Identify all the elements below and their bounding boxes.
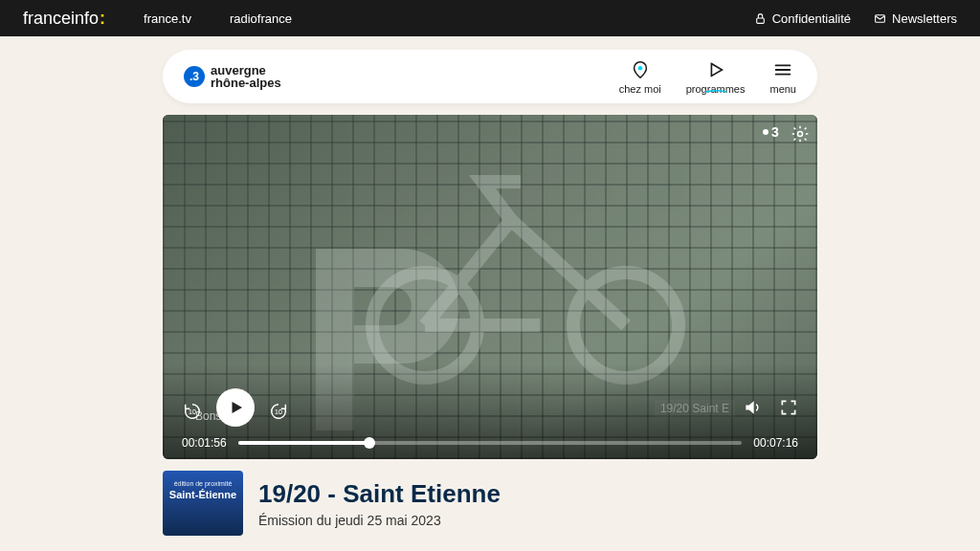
link-francetv[interactable]: france.tv — [144, 11, 191, 26]
menu-label: menu — [769, 83, 796, 95]
confidentialite-label: Confidentialité — [772, 11, 851, 26]
region-name: auvergne rhône-alpes — [211, 64, 281, 89]
svg-rect-0 — [756, 17, 764, 22]
global-topbar: franceinfo: france.tv radiofrance Confid… — [0, 0, 980, 36]
rewind-amount: 10 — [189, 408, 196, 415]
play-outline-icon — [705, 59, 726, 80]
fullscreen-icon[interactable] — [779, 398, 798, 417]
region-header: .3 auvergne rhône-alpes chez moi program… — [163, 50, 817, 103]
time-total: 00:07:16 — [753, 436, 798, 450]
link-radiofrance[interactable]: radiofrance — [230, 11, 292, 26]
pin-icon — [630, 59, 651, 80]
link-confidentialite[interactable]: Confidentialité — [754, 11, 851, 26]
forward-amount: 10 — [275, 408, 282, 415]
envelope-icon — [874, 12, 886, 25]
channel-badge: 3 — [760, 124, 783, 140]
seek-handle[interactable] — [364, 437, 375, 449]
play-button[interactable] — [216, 388, 255, 427]
volume-icon[interactable] — [743, 398, 762, 417]
video-text: 19/20 - Saint Etienne Émission du jeudi … — [258, 479, 501, 528]
nav-menu[interactable]: menu — [769, 59, 796, 95]
svg-point-8 — [763, 129, 768, 135]
seek-bar[interactable] — [238, 441, 743, 445]
video-subtitle: Émission du jeudi 25 mai 2023 — [258, 513, 501, 528]
svg-text:3: 3 — [771, 124, 779, 140]
chez-moi-label: chez moi — [619, 83, 661, 95]
brand-text: franceinfo — [23, 9, 99, 29]
lock-icon — [754, 12, 767, 25]
play-icon — [228, 399, 245, 416]
gear-icon — [791, 124, 810, 143]
region-line2: rhône-alpes — [211, 77, 281, 89]
settings-button[interactable] — [791, 124, 810, 147]
thumb-kicker: édition de proximité — [174, 480, 233, 487]
nav-chez-moi[interactable]: chez moi — [619, 59, 661, 95]
time-elapsed: 00:01:56 — [182, 436, 227, 450]
video-info-row: édition de proximité Saint-Étienne 19/20… — [163, 471, 817, 536]
link-newsletters[interactable]: Newsletters — [874, 11, 957, 26]
hamburger-icon — [772, 59, 793, 80]
nav-programmes[interactable]: programmes — [686, 59, 746, 95]
video-art-bike — [339, 143, 702, 392]
logo-france3-region[interactable]: .3 auvergne rhône-alpes — [184, 64, 281, 89]
forward-10-button[interactable]: 10 — [268, 401, 289, 415]
logo3-badge: .3 — [184, 66, 205, 87]
newsletters-label: Newsletters — [892, 11, 957, 26]
brand-franceinfo[interactable]: franceinfo: — [23, 9, 105, 29]
france3-badge-icon: 3 — [760, 124, 783, 140]
brand-colon: : — [100, 9, 105, 29]
thumb-title: Saint-Étienne — [169, 489, 236, 500]
seek-fill — [238, 441, 369, 445]
program-thumbnail[interactable]: édition de proximité Saint-Étienne — [163, 471, 243, 536]
video-player: 3 Bonson 19/20 Saint E 10 10 00:0 — [163, 115, 817, 459]
player-controls: 10 10 00:01:56 00:07:16 — [163, 388, 817, 459]
svg-point-10 — [798, 132, 803, 137]
rewind-10-button[interactable]: 10 — [182, 401, 203, 415]
svg-point-2 — [637, 65, 642, 70]
video-title: 19/20 - Saint Etienne — [258, 479, 501, 509]
programmes-underline-icon — [705, 81, 726, 102]
